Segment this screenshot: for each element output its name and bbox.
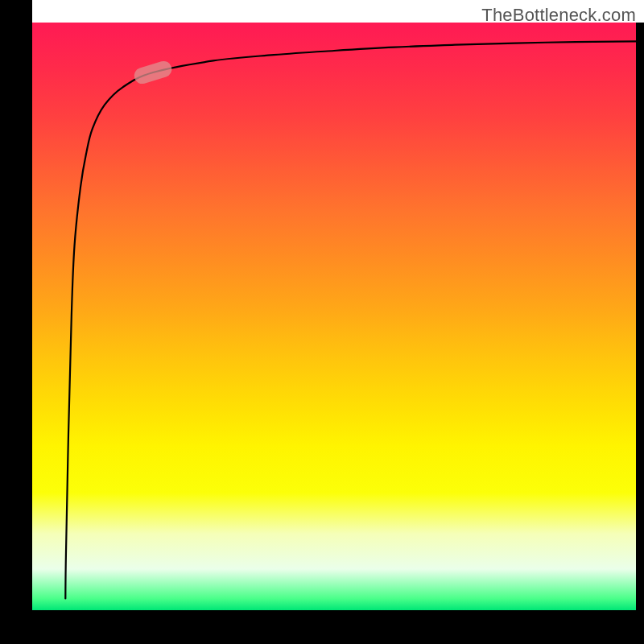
watermark-text: TheBottleneck.com [481, 5, 636, 26]
x-axis-mask [0, 610, 644, 644]
plot-gradient-background [32, 23, 636, 610]
chart-container: TheBottleneck.com [0, 0, 644, 644]
y-axis-mask [0, 0, 32, 644]
